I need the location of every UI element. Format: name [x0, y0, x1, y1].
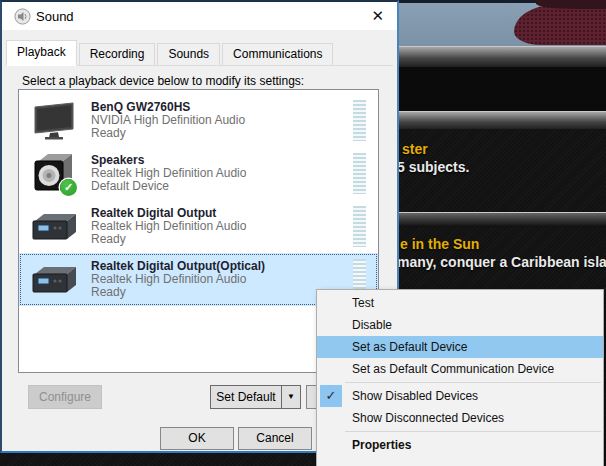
window-title: Sound	[36, 9, 74, 24]
set-default-split-button: Set Default ▼	[210, 385, 301, 409]
screen: ACHIEVEMEN ster 5 subjects. e in the Sun…	[0, 0, 606, 466]
menu-item-disable[interactable]: Disable	[317, 314, 603, 336]
menu-item-label: Show Disabled Devices	[352, 389, 478, 403]
device-status: Ready	[91, 127, 245, 140]
device-info: Realtek Digital Output(Optical) Realtek …	[91, 260, 265, 299]
configure-button[interactable]: Configure	[28, 385, 102, 409]
achievement-description: many, conquer a Caribbean islan	[397, 254, 606, 270]
device-row-speakers[interactable]: ✓ Speakers Realtek High Definition Audio…	[19, 147, 378, 200]
monitor-icon	[29, 98, 79, 144]
menu-separator	[345, 431, 601, 432]
tab-communications[interactable]: Communications	[222, 43, 333, 65]
digital-output-icon	[29, 257, 79, 303]
achievement-title: e in the Sun	[400, 236, 479, 252]
menu-item-properties[interactable]: Properties	[317, 434, 603, 456]
title-bar[interactable]: Sound ✕	[2, 2, 397, 30]
game-map-terrain	[514, 5, 606, 45]
device-row-benq[interactable]: BenQ GW2760HS NVIDIA High Definition Aud…	[19, 94, 378, 147]
sound-speaker-icon	[14, 8, 31, 25]
set-default-button[interactable]: Set Default	[211, 386, 281, 408]
checkmark-icon: ✓	[320, 385, 342, 407]
menu-item-set-as-default-device[interactable]: Set as Default Device	[317, 336, 603, 358]
volume-meter	[353, 153, 366, 194]
close-icon[interactable]: ✕	[371, 7, 384, 25]
menu-item-show-disabled-devices[interactable]: ✓ Show Disabled Devices	[317, 385, 603, 407]
device-row-digital-output[interactable]: Realtek Digital Output Realtek High Defi…	[19, 200, 378, 253]
volume-meter	[353, 206, 366, 247]
tab-recording[interactable]: Recording	[79, 43, 156, 65]
volume-meter	[353, 100, 366, 141]
device-info: Speakers Realtek High Definition Audio D…	[91, 154, 246, 193]
tab-sounds[interactable]: Sounds	[157, 43, 220, 65]
tab-strip: Playback Recording Sounds Communications	[6, 40, 393, 66]
device-status: Ready	[91, 233, 246, 246]
instruction-text: Select a playback device below to modify…	[22, 74, 304, 88]
set-default-dropdown-icon[interactable]: ▼	[281, 386, 300, 408]
default-device-check-badge: ✓	[60, 179, 77, 196]
ok-button[interactable]: OK	[160, 427, 234, 450]
device-status: Default Device	[91, 180, 246, 193]
menu-item-test[interactable]: Test	[317, 292, 603, 314]
menu-item-set-as-default-communication-device[interactable]: Set as Default Communication Device	[317, 358, 603, 380]
menu-item-show-disconnected-devices[interactable]: Show Disconnected Devices	[317, 407, 603, 429]
speaker-icon: ✓	[29, 151, 79, 197]
device-info: Realtek Digital Output Realtek High Defi…	[91, 207, 246, 246]
tab-playback[interactable]: Playback	[6, 40, 77, 66]
device-status: Ready	[91, 286, 265, 299]
digital-output-icon	[29, 204, 79, 250]
menu-separator	[345, 382, 601, 383]
cancel-button[interactable]: Cancel	[238, 427, 312, 450]
device-context-menu: Test Disable Set as Default Device Set a…	[316, 289, 604, 466]
achievement-title: ster	[402, 141, 428, 157]
device-info: BenQ GW2760HS NVIDIA High Definition Aud…	[91, 101, 245, 140]
achievement-description: 5 subjects.	[397, 159, 469, 175]
